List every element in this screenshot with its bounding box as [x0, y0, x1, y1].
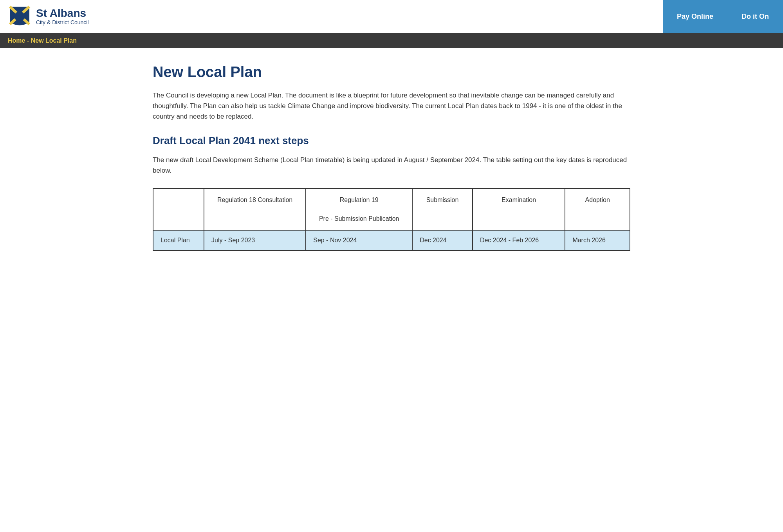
- logo-text: St Albans City & District Council: [36, 7, 89, 26]
- th-examination: Examination: [473, 189, 565, 230]
- td-submission-date: Dec 2024: [412, 230, 473, 251]
- page-title: New Local Plan: [153, 64, 630, 81]
- th-reg19-line1: Regulation 19: [340, 197, 379, 203]
- th-adoption: Adoption: [565, 189, 630, 230]
- th-submission: Submission: [412, 189, 473, 230]
- council-logo-icon: [8, 5, 31, 28]
- section-title: Draft Local Plan 2041 next steps: [153, 135, 630, 147]
- breadcrumb[interactable]: Home - New Local Plan: [8, 37, 77, 44]
- logo-subtitle: City & District Council: [36, 19, 89, 25]
- table-header-row: Regulation 18 Consultation Regulation 19…: [153, 189, 630, 230]
- th-reg18: Regulation 18 Consultation: [204, 189, 306, 230]
- td-reg18-date: July - Sep 2023: [204, 230, 306, 251]
- pay-online-nav[interactable]: Pay Online: [663, 0, 727, 33]
- td-local-plan: Local Plan: [153, 230, 204, 251]
- table-row: Local Plan July - Sep 2023 Sep - Nov 202…: [153, 230, 630, 251]
- header-nav: Pay Online Do it On: [663, 0, 783, 33]
- plan-table: Regulation 18 Consultation Regulation 19…: [153, 188, 630, 251]
- td-reg19-date: Sep - Nov 2024: [306, 230, 412, 251]
- breadcrumb-bar: Home - New Local Plan: [0, 33, 783, 48]
- logo-title: St Albans: [36, 7, 89, 20]
- th-reg19-line2: Pre - Submission Publication: [319, 215, 399, 222]
- logo-area: St Albans City & District Council: [0, 0, 663, 33]
- do-it-on-nav[interactable]: Do it On: [727, 0, 783, 33]
- th-reg19: Regulation 19 Pre - Submission Publicati…: [306, 189, 412, 230]
- td-adoption-date: March 2026: [565, 230, 630, 251]
- site-header: St Albans City & District Council Pay On…: [0, 0, 783, 33]
- section-paragraph: The new draft Local Development Scheme (…: [153, 155, 630, 176]
- td-examination-date: Dec 2024 - Feb 2026: [473, 230, 565, 251]
- th-empty: [153, 189, 204, 230]
- main-content: New Local Plan The Council is developing…: [137, 48, 646, 267]
- intro-paragraph: The Council is developing a new Local Pl…: [153, 90, 630, 122]
